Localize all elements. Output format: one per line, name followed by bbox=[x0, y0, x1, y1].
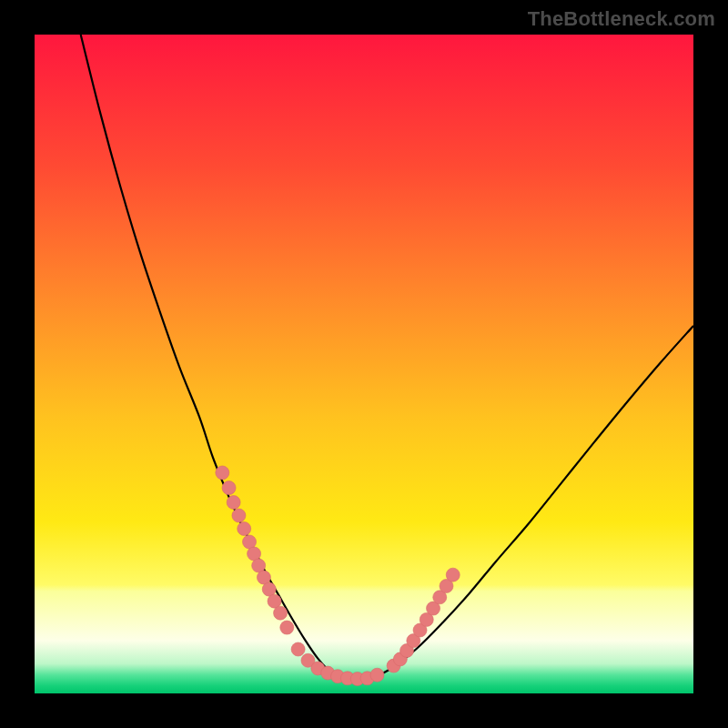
data-marker bbox=[274, 606, 288, 620]
data-marker bbox=[280, 621, 294, 634]
data-marker bbox=[370, 668, 384, 682]
bottleneck-chart bbox=[35, 35, 693, 693]
gradient-background bbox=[35, 35, 693, 693]
plot-area bbox=[35, 35, 693, 693]
data-marker bbox=[227, 496, 240, 510]
data-marker bbox=[446, 568, 460, 581]
data-marker bbox=[232, 509, 246, 522]
watermark-text: TheBottleneck.com bbox=[528, 7, 715, 31]
data-marker bbox=[238, 522, 251, 536]
outer-frame: TheBottleneck.com bbox=[0, 0, 728, 728]
data-marker bbox=[222, 481, 236, 495]
data-marker bbox=[252, 559, 266, 572]
data-marker bbox=[291, 642, 305, 656]
data-marker bbox=[216, 466, 229, 480]
data-marker bbox=[268, 594, 281, 608]
